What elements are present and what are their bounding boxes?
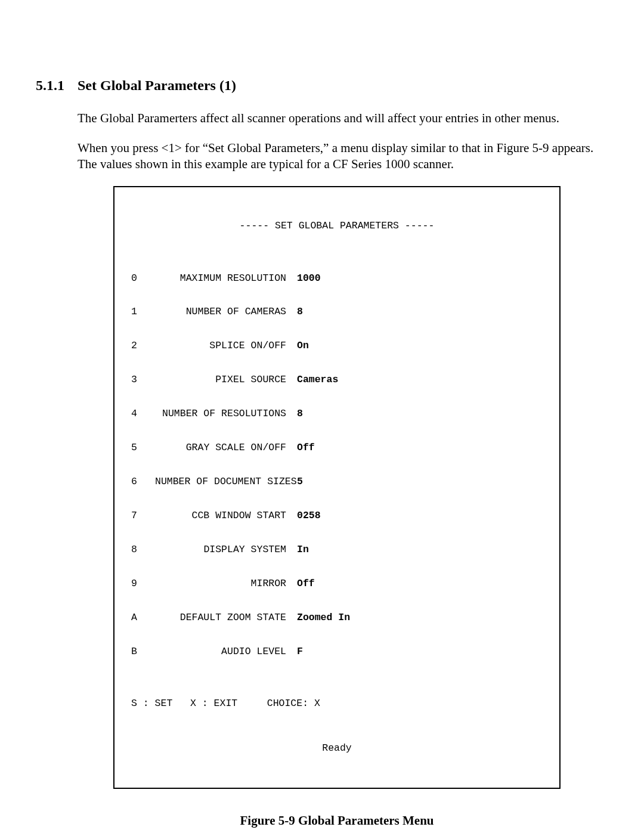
menu-key: 3 [131,374,155,386]
menu-key: 8 [131,544,155,556]
menu-value: 8 [297,306,303,318]
menu-key: 5 [131,442,155,454]
menu-label: NUMBER OF DOCUMENT SIZES [155,476,286,488]
menu-label: CCB WINDOW START [155,510,286,522]
menu-value: Off [297,578,315,590]
menu-row-6: 6NUMBER OF DOCUMENT SIZES5 [131,476,543,488]
menu-value: 5 [297,476,303,488]
menu-label: NUMBER OF RESOLUTIONS [155,408,286,420]
menu-key: 6 [131,476,155,488]
menu-value: Cameras [297,374,338,386]
heading-title: Set Global Parameters (1) [78,78,236,94]
menu-label: NUMBER OF CAMERAS [155,306,286,318]
intro-paragraph-2: When you press <1> for “Set Global Param… [78,140,596,172]
menu-key: 4 [131,408,155,420]
menu-value: 8 [297,408,303,420]
menu-row-0: 0MAXIMUM RESOLUTION1000 [131,273,543,284]
menu-value: In [297,544,309,556]
section-heading: 5.1.1 Set Global Parameters (1) [36,78,596,94]
menu-label: SPLICE ON/OFF [155,340,286,352]
document-page: 5.1.1 Set Global Parameters (1) The Glob… [0,0,644,833]
menu-row-8: 8DISPLAY SYSTEMIn [131,544,543,556]
menu-row-5: 5GRAY SCALE ON/OFFOff [131,442,543,454]
body-text: The Global Paramerters affect all scanne… [78,110,596,833]
menu-row-B: BAUDIO LEVELF [131,646,543,658]
terminal-menu-box: ----- SET GLOBAL PARAMETERS ----- 0MAXIM… [113,186,561,789]
menu-row-9: 9MIRROROff [131,578,543,590]
menu-label: PIXEL SOURCE [155,374,286,386]
menu-row-3: 3PIXEL SOURCECameras [131,374,543,386]
menu-key: 7 [131,510,155,522]
menu-label: MIRROR [155,578,286,590]
menu-value: F [297,646,303,658]
menu-label: GRAY SCALE ON/OFF [155,442,286,454]
menu-value: On [297,340,309,352]
menu-label: DISPLAY SYSTEM [155,544,286,556]
menu-value: Off [297,442,315,454]
menu-value: Zoomed In [297,612,350,624]
menu-key: 9 [131,578,155,590]
menu-row-A: ADEFAULT ZOOM STATEZoomed In [131,612,543,624]
menu-label: AUDIO LEVEL [155,646,286,658]
figure-caption: Figure 5-9 Global Parameters Menu [78,813,596,828]
menu-value: 0258 [297,510,321,522]
menu-row-2: 2SPLICE ON/OFFOn [131,340,543,352]
menu-key: B [131,646,155,658]
menu-row-1: 1NUMBER OF CAMERAS8 [131,306,543,318]
menu-title: ----- SET GLOBAL PARAMETERS ----- [131,221,543,232]
intro-paragraph-1: The Global Paramerters affect all scanne… [78,110,596,126]
menu-value: 1000 [297,273,321,284]
menu-key: 0 [131,273,155,284]
menu-key: A [131,612,155,624]
menu-ready: Ready [131,743,543,754]
heading-number: 5.1.1 [36,78,78,94]
menu-key: 2 [131,340,155,352]
menu-footer: S : SET X : EXIT CHOICE: X [131,698,543,710]
menu-label: MAXIMUM RESOLUTION [155,273,286,284]
menu-key: 1 [131,306,155,318]
menu-row-4: 4NUMBER OF RESOLUTIONS8 [131,408,543,420]
menu-label: DEFAULT ZOOM STATE [155,612,286,624]
menu-row-7: 7CCB WINDOW START0258 [131,510,543,522]
